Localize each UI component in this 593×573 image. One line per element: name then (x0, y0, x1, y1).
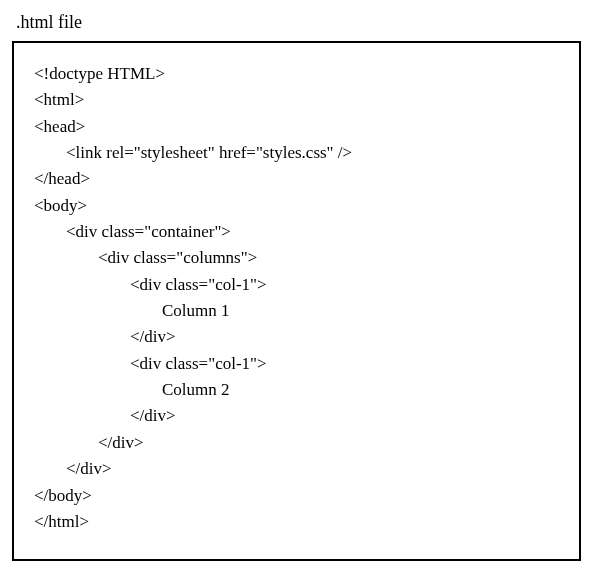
code-line: <link rel="stylesheet" href="styles.css"… (34, 140, 559, 166)
code-line: </head> (34, 166, 559, 192)
code-line: </div> (34, 403, 559, 429)
code-line: </div> (34, 456, 559, 482)
code-line: <div class="col-1"> (34, 351, 559, 377)
code-line: <body> (34, 193, 559, 219)
code-line: <html> (34, 87, 559, 113)
code-line: Column 1 (34, 298, 559, 324)
code-line: Column 2 (34, 377, 559, 403)
code-box: <!doctype HTML> <html> <head> <link rel=… (12, 41, 581, 561)
code-line: <div class="container"> (34, 219, 559, 245)
code-line: <!doctype HTML> (34, 61, 559, 87)
code-line: </body> (34, 483, 559, 509)
code-line: <div class="col-1"> (34, 272, 559, 298)
file-label: .html file (16, 12, 581, 33)
code-line: <div class="columns"> (34, 245, 559, 271)
code-line: <head> (34, 114, 559, 140)
code-line: </html> (34, 509, 559, 535)
code-line: </div> (34, 324, 559, 350)
code-line: </div> (34, 430, 559, 456)
